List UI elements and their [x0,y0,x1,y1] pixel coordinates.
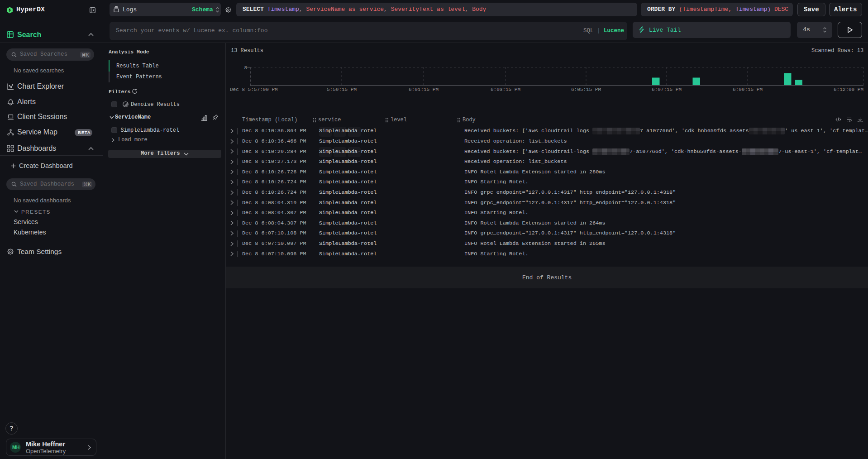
svg-text:5:59:15 PM: 5:59:15 PM [327,87,357,92]
svg-text:6:09:15 PM: 6:09:15 PM [733,87,763,92]
svg-text:6:01:15 PM: 6:01:15 PM [409,87,439,92]
svg-text:8: 8 [244,65,247,71]
svg-text:6:03:15 PM: 6:03:15 PM [491,87,520,92]
svg-text:6:05:15 PM: 6:05:15 PM [571,87,601,92]
svg-text:6:07:15 PM: 6:07:15 PM [652,87,682,92]
svg-text:6:12:00 PM: 6:12:00 PM [834,87,863,92]
svg-text:Dec 8 5:57:00 PM: Dec 8 5:57:00 PM [230,87,278,92]
